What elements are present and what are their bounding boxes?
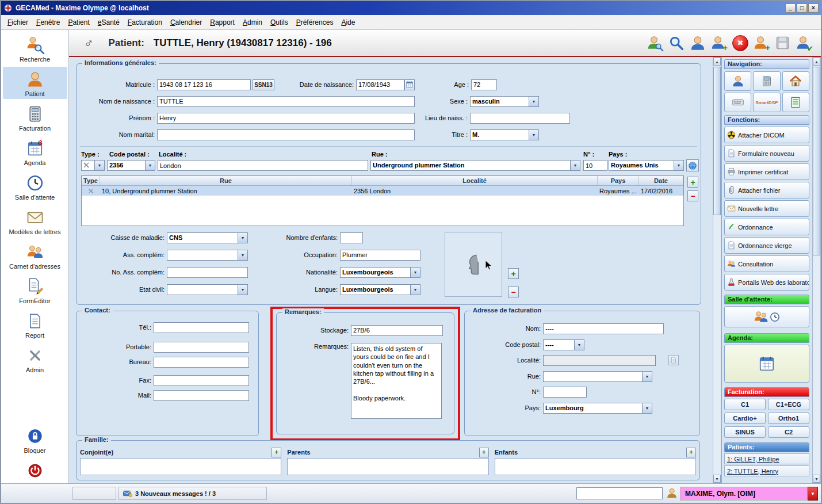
close-patient-button[interactable]: ✖ (732, 35, 749, 52)
copy-address-button[interactable] (668, 355, 679, 365)
fact-ortho1-button[interactable]: Ortho1 (768, 413, 809, 424)
sidebar-item-salle-attente[interactable]: Salle d'attente (3, 170, 67, 203)
sidebar-item-carnet-adresses[interactable]: Carnet d'adresses (3, 239, 67, 272)
new-patient-button[interactable]: + (753, 35, 770, 52)
menu-calendrier[interactable]: Calendrier (166, 16, 206, 29)
open-patient-search-button[interactable] (647, 35, 664, 52)
billing-number-input[interactable] (543, 387, 587, 398)
calendar-picker-button[interactable] (404, 79, 415, 90)
sidebar-item-facturation[interactable]: Facturation (3, 101, 67, 133)
remarques-textarea[interactable]: Listen, this old system of yours could b… (351, 343, 442, 419)
street-combobox[interactable]: Underground plummer Station (370, 160, 580, 171)
column-header-pays[interactable]: Pays (598, 176, 639, 185)
add-enfant-button[interactable]: + (686, 448, 696, 457)
add-parent-button[interactable]: + (479, 448, 489, 457)
mail-input[interactable] (154, 390, 249, 401)
scrollbar-thumb[interactable] (813, 67, 820, 255)
new-letter-button[interactable]: Nouvelle lettre (724, 200, 809, 217)
scrollbar-thumb[interactable] (713, 67, 721, 215)
add-to-waiting-room-button[interactable] (724, 306, 809, 327)
nav-smartdsp-button[interactable]: SmartDSP (753, 93, 780, 112)
nav-home-button[interactable] (782, 71, 809, 91)
stockage-input[interactable] (351, 325, 443, 336)
postal-combobox[interactable]: 2356 (107, 160, 155, 171)
geolocate-button[interactable] (686, 159, 699, 171)
column-header-type[interactable]: Type (82, 176, 100, 185)
sidebar-item-admin[interactable]: Admin (3, 343, 67, 375)
sidebar-item-quit[interactable] (3, 458, 67, 482)
minimize-button[interactable]: _ (785, 3, 796, 13)
remove-address-button[interactable]: − (687, 190, 698, 201)
billing-rue-combobox[interactable] (543, 371, 652, 382)
new-form-button[interactable]: Formulaire nouveau (724, 145, 809, 162)
age-input[interactable] (471, 79, 497, 90)
print-certificate-button[interactable]: Imprimer certificat (724, 163, 809, 180)
confirm-patient-button[interactable]: ✔ (796, 35, 813, 52)
birthname-input[interactable] (157, 96, 415, 107)
address-type-combobox[interactable] (81, 160, 105, 171)
fact-sinus-button[interactable]: SINUS (724, 426, 766, 438)
bureau-input[interactable] (154, 357, 249, 368)
add-photo-button[interactable]: + (508, 268, 519, 279)
scroll-down-button[interactable]: ▼ (713, 475, 721, 483)
billing-locality-input[interactable] (543, 355, 656, 366)
search-button[interactable] (668, 35, 685, 52)
sidebar-item-report[interactable]: Report (3, 308, 67, 341)
tel-input[interactable] (154, 322, 249, 333)
save-button[interactable] (774, 35, 792, 52)
open-agenda-button[interactable] (724, 345, 809, 383)
lab-portals-button[interactable]: Portails Web des laboratoir (724, 274, 809, 291)
status-search-input[interactable] (576, 487, 663, 499)
patient-record-button[interactable] (689, 35, 706, 52)
billing-pays-combobox[interactable]: Luxembourg (543, 403, 652, 414)
matricule-input[interactable] (157, 79, 251, 90)
column-header-rue[interactable]: Rue (100, 176, 352, 185)
menu-esante[interactable]: eSanté (94, 16, 124, 29)
sidebar-item-recherche[interactable]: Recherche (3, 32, 67, 64)
birthplace-input[interactable] (470, 113, 570, 124)
add-address-button[interactable]: + (687, 177, 698, 188)
fact-c1ecg-button[interactable]: C1+ECG (768, 399, 809, 410)
user-dropdown-button[interactable]: ▼ (808, 487, 818, 501)
title-combobox[interactable]: M. (470, 129, 539, 140)
street-number-input[interactable] (583, 160, 607, 171)
attach-file-button[interactable]: Attacher fichier (724, 182, 809, 198)
enfants-list[interactable] (495, 458, 696, 475)
ordonnance-button[interactable]: Ordonnance (724, 219, 809, 235)
civil-status-combobox[interactable] (167, 284, 248, 295)
occupation-input[interactable] (340, 250, 420, 261)
ass-complem-combobox[interactable] (167, 250, 248, 261)
column-header-localite[interactable]: Localité (352, 176, 598, 185)
scroll-down-button[interactable]: ▼ (813, 475, 820, 483)
nav-card-terminal-button[interactable] (753, 71, 780, 91)
consultation-button[interactable]: Consultation (724, 255, 809, 272)
maximize-button[interactable]: □ (797, 3, 807, 13)
main-scrollbar[interactable]: ▲ ▼ (713, 57, 721, 483)
sidebar-item-bloquer[interactable]: Bloquer (3, 423, 67, 456)
maritalname-input[interactable] (157, 129, 415, 140)
conjoint-list[interactable] (80, 458, 281, 475)
sidebar-item-agenda[interactable]: 3 Agenda (3, 136, 67, 168)
menu-fenetre[interactable]: Fenêtre (32, 16, 64, 29)
scroll-up-button[interactable]: ▲ (713, 58, 721, 66)
remove-photo-button[interactable]: − (508, 287, 519, 297)
country-combobox[interactable]: Royaumes Unis (609, 160, 684, 171)
portable-input[interactable] (154, 342, 249, 353)
language-combobox[interactable]: Luxembourgeois (340, 284, 420, 295)
menu-patient[interactable]: Patient (64, 16, 93, 29)
fact-c2-button[interactable]: C2 (768, 426, 809, 438)
scroll-up-button[interactable]: ▲ (813, 58, 820, 66)
menu-rapport[interactable]: Rapport (206, 16, 239, 29)
caisse-combobox[interactable]: CNS (167, 232, 248, 243)
nationality-combobox[interactable]: Luxembourgeois (340, 267, 420, 278)
status-messages-cell[interactable]: 3 Nouveaux messages ! / 3 (118, 487, 267, 500)
billing-nom-input[interactable] (543, 323, 664, 334)
column-header-date[interactable]: Date (639, 176, 683, 185)
nav-keyboard-button[interactable] (724, 93, 751, 112)
current-user-box[interactable]: MAXIME, Olym. [OIM] (680, 487, 808, 501)
close-button[interactable]: × (808, 3, 819, 13)
menu-outils[interactable]: Outils (266, 16, 292, 29)
menu-preferences[interactable]: Préférences (292, 16, 338, 29)
menu-fichier[interactable]: Fichier (3, 16, 32, 29)
children-input[interactable] (340, 232, 363, 243)
